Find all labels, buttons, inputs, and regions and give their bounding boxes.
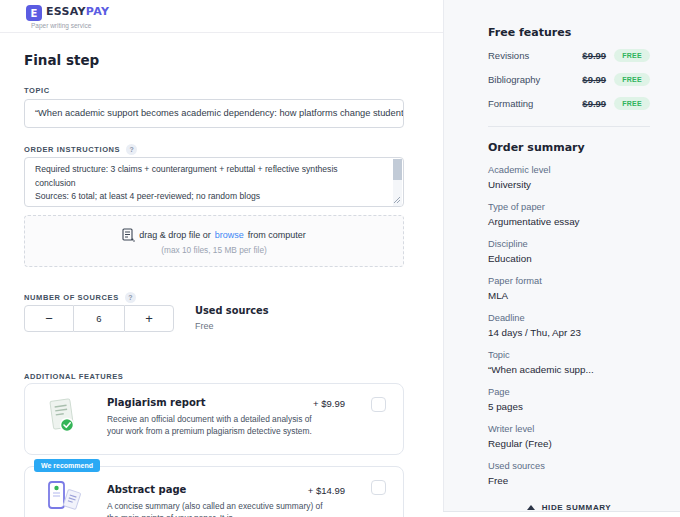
decrease-sources-button[interactable]: − — [24, 305, 74, 332]
summary-item-label: Academic level — [488, 164, 650, 176]
browse-link[interactable]: browse — [215, 230, 244, 240]
order-summary-title: Order summary — [488, 141, 650, 154]
summary-item-label: Deadline — [488, 312, 650, 324]
order-instructions-label: ORDER INSTRUCTIONS ? — [24, 144, 137, 155]
we-recommend-badge: We recommend — [34, 459, 100, 472]
summary-item-value: Free — [488, 474, 650, 487]
summary-item-label: Page — [488, 386, 650, 398]
dropzone-text: drag & drop file or browse from computer — [122, 228, 306, 242]
used-sources-title: Used sources — [195, 305, 269, 316]
summary-item-value: 5 pages — [488, 400, 650, 413]
feature-card-plagiarism-report[interactable]: Plagiarism report + $9.99 Receive an off… — [24, 383, 404, 455]
brand-name-primary: ESSAY — [46, 5, 86, 18]
number-of-sources-label-text: NUMBER OF SOURCES — [24, 293, 119, 302]
app: E ESSAYPAY Paper writing service Final s… — [0, 0, 680, 517]
top-header: E ESSAYPAY Paper writing service — [0, 0, 443, 33]
summary-item: Discipline Education — [488, 238, 650, 265]
summary-item: Deadline 14 days / Thu, Apr 23 — [488, 312, 650, 339]
summary-item: Writer level Regular (Free) — [488, 423, 650, 450]
summary-item-value: “When academic supp... — [488, 363, 650, 376]
feature-description: A concise summary (also called an execut… — [107, 500, 327, 517]
number-of-sources-label: NUMBER OF SOURCES ? — [24, 292, 136, 303]
sources-count-value[interactable]: 6 — [74, 305, 124, 332]
file-upload-icon — [122, 228, 135, 242]
dropzone-hint: (max 10 files, 15 MB per file) — [161, 245, 267, 255]
feature-description: Receive an official document with a deta… — [107, 413, 327, 438]
free-feature-price: $9.99 — [582, 98, 606, 109]
free-feature-label: Bibliography — [488, 74, 582, 85]
help-icon[interactable]: ? — [126, 144, 137, 155]
order-instructions-text: Required structure: 3 claims + counterar… — [25, 158, 392, 206]
free-badge: FREE — [614, 49, 650, 62]
summary-item: Academic level University — [488, 164, 650, 191]
summary-item: Paper format MLA — [488, 275, 650, 302]
summary-item-value: Education — [488, 252, 650, 265]
feature-price: + $9.99 — [313, 398, 345, 409]
summary-item: Page 5 pages — [488, 386, 650, 413]
abstract-page-icon — [45, 479, 81, 517]
dropzone-text-before: drag & drop file or — [139, 230, 211, 240]
resize-handle-icon[interactable] — [393, 196, 401, 204]
free-feature-row: Bibliography $9.99 FREE — [488, 72, 650, 87]
summary-item-label: Discipline — [488, 238, 650, 250]
chevron-up-icon — [527, 505, 535, 510]
summary-item-label: Type of paper — [488, 201, 650, 213]
free-features-title: Free features — [488, 26, 650, 39]
sidebar-bottom-strip — [443, 511, 680, 517]
summary-item-value: 14 days / Thu, Apr 23 — [488, 326, 650, 339]
sources-stepper: − 6 + — [24, 305, 174, 332]
free-feature-label: Formatting — [488, 98, 582, 109]
topic-label: TOPIC — [24, 86, 50, 95]
page-title: Final step — [24, 52, 99, 68]
plagiarism-report-icon — [45, 396, 79, 436]
scrollbar-thumb[interactable] — [393, 159, 402, 180]
summary-item-value: MLA — [488, 289, 650, 302]
order-summary-sidebar: Free features Revisions $9.99 FREE Bibli… — [443, 0, 680, 517]
summary-item: Type of paper Argumentative essay — [488, 201, 650, 228]
summary-item: Topic “When academic supp... — [488, 349, 650, 376]
used-sources-value: Free — [195, 321, 214, 331]
feature-title: Plagiarism report — [107, 397, 206, 408]
dropzone-text-after: from computer — [248, 230, 306, 240]
summary-item-label: Paper format — [488, 275, 650, 287]
topic-input[interactable]: “When academic support becomes academic … — [24, 99, 404, 128]
feature-checkbox[interactable] — [371, 397, 386, 412]
free-badge: FREE — [614, 73, 650, 86]
summary-item-label: Used sources — [488, 460, 650, 472]
summary-item-label: Topic — [488, 349, 650, 361]
feature-card-abstract-page[interactable]: Abstract page + $14.99 A concise summary… — [24, 466, 404, 517]
main-panel: E ESSAYPAY Paper writing service Final s… — [0, 0, 443, 517]
file-dropzone[interactable]: drag & drop file or browse from computer… — [24, 215, 404, 267]
summary-item-label: Writer level — [488, 423, 650, 435]
summary-item-value: Argumentative essay — [488, 215, 650, 228]
feature-checkbox[interactable] — [371, 480, 386, 495]
help-icon[interactable]: ? — [125, 292, 136, 303]
summary-item: Used sources Free — [488, 460, 650, 487]
free-feature-label: Revisions — [488, 50, 582, 61]
brand-tagline: Paper writing service — [31, 22, 91, 29]
additional-features-label: ADDITIONAL FEATURES — [24, 372, 123, 381]
brand-name[interactable]: ESSAYPAY — [46, 5, 109, 18]
free-badge: FREE — [614, 97, 650, 110]
free-feature-row: Formatting $9.99 FREE — [488, 96, 650, 111]
increase-sources-button[interactable]: + — [124, 305, 174, 332]
feature-price: + $14.99 — [308, 485, 345, 496]
divider — [488, 126, 650, 127]
order-instructions-label-text: ORDER INSTRUCTIONS — [24, 145, 120, 154]
order-instructions-textarea[interactable]: Required structure: 3 claims + counterar… — [24, 157, 404, 207]
free-feature-price: $9.99 — [582, 74, 606, 85]
free-feature-price: $9.99 — [582, 50, 606, 61]
brand-name-secondary: PAY — [86, 5, 109, 18]
free-feature-row: Revisions $9.99 FREE — [488, 48, 650, 63]
brand-logo-icon[interactable]: E — [26, 5, 42, 21]
summary-item-value: University — [488, 178, 650, 191]
summary-item-value: Regular (Free) — [488, 437, 650, 450]
feature-title: Abstract page — [107, 484, 186, 495]
